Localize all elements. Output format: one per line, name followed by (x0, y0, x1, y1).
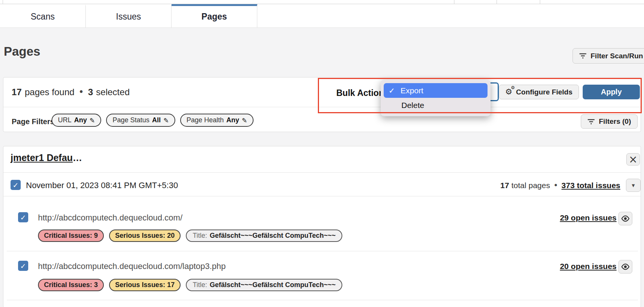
menu-option-label: Export (401, 86, 424, 95)
selected-label: selected (96, 87, 129, 97)
page-badges: Critical Issues: 3 Serious Issues: 17 Ti… (38, 279, 342, 291)
tab-label: Issues (116, 12, 141, 22)
filter-pill-page-health[interactable]: Page Health Any ✎ (180, 114, 254, 127)
found-count: 17 (12, 87, 22, 97)
menu-option-export[interactable]: ✓ Export (384, 83, 488, 98)
tab-scans[interactable]: Scans (0, 4, 86, 27)
pages-summary: 17 pages found • 3 selected (12, 78, 130, 107)
tab-bar: Scans Issues Pages (0, 4, 644, 28)
configure-fields-button[interactable]: ⚙ ⚙ Configure Fields (499, 85, 579, 99)
apply-button[interactable]: Apply (583, 85, 640, 99)
page-filter-pills: URL Any ✎ Page Status All ✎ Page Health … (52, 114, 254, 127)
check-icon: ✓ (389, 86, 395, 95)
bullet-separator: • (553, 181, 558, 190)
eye-icon (621, 263, 630, 270)
close-button[interactable]: × (626, 153, 640, 166)
configure-fields-label: Configure Fields (516, 88, 573, 96)
divider (7, 300, 638, 300)
filter-pill-url[interactable]: URL Any ✎ (52, 114, 101, 127)
check-icon: ✓ (20, 262, 26, 270)
menu-option-label: Delete (401, 101, 424, 110)
page-url: http://abcdcomputech.dequecloud.com/lapt… (38, 261, 226, 271)
scan-group-card: jmeter1 Defau… × ✓ November 01, 2023 08:… (3, 146, 641, 307)
filters-button[interactable]: Filters (0) (581, 114, 638, 129)
tab-issues[interactable]: Issues (86, 4, 172, 27)
divider (3, 172, 641, 173)
divider (497, 0, 497, 4)
bullet-separator: • (79, 87, 84, 97)
divider (7, 251, 638, 251)
total-issues-link[interactable]: 373 total issues (562, 181, 620, 190)
selected-count: 3 (88, 87, 93, 97)
page-badges: Critical Issues: 9 Serious Issues: 20 Ti… (38, 229, 342, 242)
view-page-button[interactable] (618, 212, 632, 225)
eye-icon (621, 215, 630, 222)
critical-issues-badge: Critical Issues: 3 (38, 279, 104, 291)
serious-issues-badge: Serious Issues: 17 (109, 279, 181, 291)
pill-value: Any (74, 116, 87, 124)
filter-scan-run-button[interactable]: Filter Scan/Run (573, 48, 644, 64)
filter-scan-run-label: Filter Scan/Run (591, 52, 643, 60)
menu-option-delete[interactable]: Delete (384, 98, 488, 112)
gear-icon: ⚙ ⚙ (505, 88, 512, 96)
pencil-icon: ✎ (242, 117, 247, 124)
divider (540, 0, 540, 4)
page-title: Pages (4, 44, 40, 59)
bulk-actions-menu: ✓ Export Delete (381, 80, 491, 116)
view-page-button[interactable] (618, 260, 632, 274)
scan-group-title-link[interactable]: jmeter1 Defau… (11, 152, 82, 163)
top-strip (0, 0, 644, 4)
pill-value: Any (226, 116, 239, 124)
found-label: pages found (25, 87, 74, 97)
caret-down-icon: ▾ (632, 182, 635, 189)
critical-issues-badge: Critical Issues: 9 (38, 229, 104, 242)
expand-caret-button[interactable]: ▾ (626, 179, 641, 192)
pencil-icon: ✎ (163, 117, 169, 124)
tab-pages[interactable]: Pages (172, 4, 257, 27)
scan-date: November 01, 2023 08:41 PM GMT+5:30 (26, 181, 178, 190)
total-pages-count: 17 (500, 181, 509, 190)
divider (454, 0, 454, 4)
filter-icon (579, 53, 587, 59)
check-icon: ✓ (20, 213, 26, 222)
pill-name: Page Health (187, 116, 224, 124)
divider (3, 107, 641, 107)
pill-value: All (152, 116, 161, 124)
open-issues-link[interactable]: 20 open issues (560, 262, 617, 271)
tab-label: Pages (202, 12, 227, 22)
page-filters-label: Page Filters: (12, 117, 57, 126)
filter-icon (587, 119, 595, 125)
divider (3, 0, 3, 4)
scan-group-totals: 17 total pages • 373 total issues (500, 181, 620, 190)
page-url: http://abcdcomputech.dequecloud.com/ (38, 213, 182, 223)
check-icon: ✓ (13, 181, 19, 189)
tab-label: Scans (31, 12, 55, 22)
scan-group-checkbox[interactable]: ✓ (11, 180, 21, 190)
page-title-badge: Title: Gefälscht~~~Gefälscht CompuTech~~… (186, 229, 342, 242)
pill-name: Page Status (112, 116, 149, 124)
total-pages-label: total pages (511, 181, 550, 190)
axe-monitor-pages-screen: Scans Issues Pages Pages Filter Scan/Run… (0, 0, 644, 307)
divider (3, 196, 641, 196)
filters-button-label: Filters (0) (599, 117, 631, 126)
pill-name: URL (58, 116, 71, 124)
page-title-badge: Title: Gefälscht~~~Gefälscht CompuTech~~… (186, 279, 342, 291)
open-issues-link[interactable]: 29 open issues (560, 213, 617, 222)
page-checkbox[interactable]: ✓ (18, 261, 28, 271)
close-icon: × (629, 154, 637, 165)
serious-issues-badge: Serious Issues: 20 (109, 229, 181, 242)
page-checkbox[interactable]: ✓ (18, 212, 28, 222)
pages-toolbar-card: 17 pages found • 3 selected Bulk Actions… (3, 77, 641, 132)
filter-pill-page-status[interactable]: Page Status All ✎ (106, 114, 175, 127)
pencil-icon: ✎ (90, 117, 95, 124)
